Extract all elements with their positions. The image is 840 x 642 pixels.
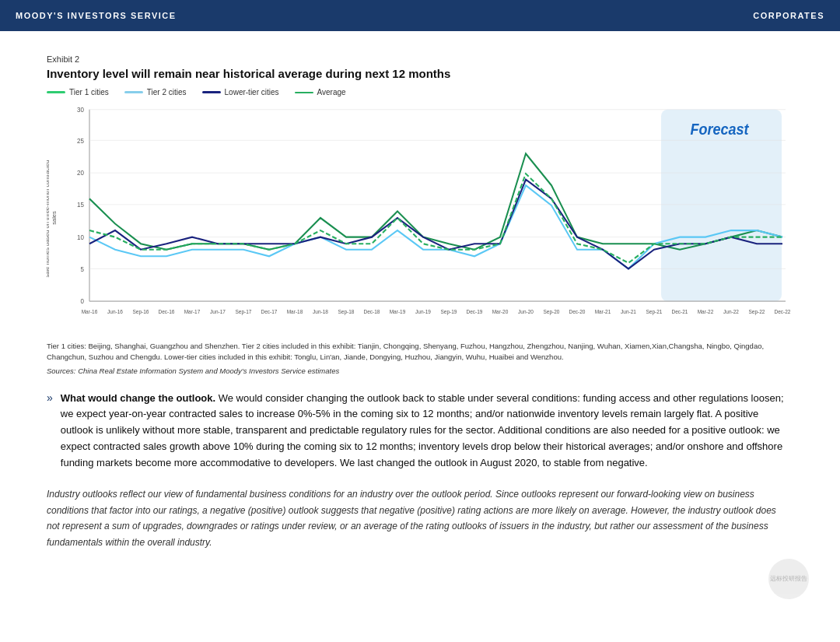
legend-avg-label: Average	[317, 88, 346, 96]
svg-text:Jun-19: Jun-19	[415, 309, 431, 314]
disclaimer: Industry outlooks reflect our view of fu…	[47, 486, 778, 550]
header-company-name: MOODY'S INVESTORS SERVICE	[16, 11, 177, 20]
svg-text:Mar-18: Mar-18	[287, 309, 303, 314]
svg-text:Jun-18: Jun-18	[313, 309, 328, 314]
y-axis-label: # of months it would take to sell availa…	[47, 159, 58, 278]
forecast-bg	[661, 110, 782, 301]
chart-legend: Tier 1 cities Tier 2 cities Lower-tier c…	[47, 88, 793, 96]
svg-text:30: 30	[77, 106, 84, 114]
legend-lower-label: Lower-tier cities	[225, 88, 279, 96]
chart-svg: # of months it would take to sell availa…	[47, 101, 793, 335]
svg-text:Sep-19: Sep-19	[441, 309, 457, 315]
legend-tier1: Tier 1 cities	[47, 88, 109, 96]
svg-text:Dec-18: Dec-18	[364, 309, 380, 314]
svg-text:Dec-20: Dec-20	[569, 309, 586, 314]
svg-text:Sep-16: Sep-16	[133, 309, 149, 315]
svg-text:20: 20	[77, 169, 84, 177]
legend-lower-line	[202, 91, 221, 93]
svg-text:5: 5	[81, 265, 85, 272]
svg-text:Mar-21: Mar-21	[595, 309, 611, 314]
svg-text:15: 15	[77, 201, 84, 209]
bullet-text: What would change the outlook. We would …	[61, 391, 793, 472]
chart-notes: Tier 1 cities: Beijing, Shanghai, Guangz…	[47, 341, 778, 363]
legend-lower: Lower-tier cities	[202, 88, 279, 96]
bullet-bold: What would change the outlook.	[61, 392, 215, 404]
svg-text:Sep-21: Sep-21	[646, 309, 663, 315]
svg-text:Sep-18: Sep-18	[338, 309, 355, 315]
legend-avg-line	[295, 92, 313, 93]
svg-text:Mar-16: Mar-16	[82, 309, 98, 314]
chart-area: # of months it would take to sell availa…	[47, 101, 793, 335]
svg-text:Sep-22: Sep-22	[749, 309, 765, 315]
svg-text:Dec-19: Dec-19	[467, 309, 483, 314]
svg-text:Mar-22: Mar-22	[698, 309, 714, 314]
bullet-section: » What would change the outlook. We woul…	[47, 391, 793, 472]
legend-tier1-line	[47, 91, 65, 93]
svg-text:Sep-17: Sep-17	[236, 309, 252, 315]
legend-tier2-label: Tier 2 cities	[147, 88, 187, 96]
svg-text:Dec-17: Dec-17	[261, 309, 278, 314]
bullet-arrow: »	[47, 391, 53, 404]
header-section-name: CORPORATES	[753, 11, 824, 20]
legend-avg: Average	[295, 88, 346, 96]
svg-text:Mar-20: Mar-20	[492, 309, 509, 314]
svg-text:Mar-17: Mar-17	[184, 309, 201, 314]
svg-text:Dec-16: Dec-16	[159, 309, 175, 314]
svg-text:Jun-17: Jun-17	[210, 309, 226, 314]
svg-text:Jun-21: Jun-21	[621, 309, 636, 314]
svg-text:Jun-20: Jun-20	[518, 309, 534, 314]
svg-text:Dec-22: Dec-22	[775, 309, 791, 314]
exhibit-label: Exhibit 2	[47, 54, 793, 64]
svg-text:Sep-20: Sep-20	[544, 309, 560, 315]
exhibit-title: Inventory level will remain near histori…	[47, 67, 793, 80]
main-content: Exhibit 2 Inventory level will remain ne…	[0, 31, 840, 574]
svg-text:10: 10	[77, 233, 84, 241]
svg-text:Jun-16: Jun-16	[107, 309, 123, 314]
legend-tier2: Tier 2 cities	[124, 88, 187, 96]
legend-tier1-label: Tier 1 cities	[69, 88, 109, 96]
svg-text:Jun-22: Jun-22	[723, 309, 739, 314]
svg-text:25: 25	[77, 136, 84, 144]
svg-text:0: 0	[81, 297, 85, 305]
svg-text:Mar-19: Mar-19	[390, 309, 406, 314]
forecast-label: Forecast	[691, 121, 750, 138]
svg-text:Dec-21: Dec-21	[672, 309, 688, 314]
chart-source: Sources: China Real Estate Information S…	[47, 367, 793, 375]
legend-tier2-line	[124, 91, 143, 93]
header: MOODY'S INVESTORS SERVICE CORPORATES	[0, 0, 840, 31]
